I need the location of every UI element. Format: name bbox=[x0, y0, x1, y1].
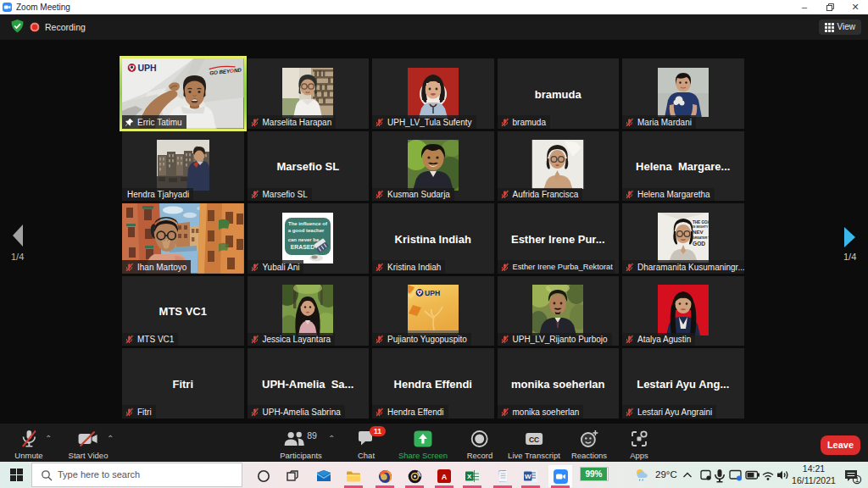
svg-text:GOD: GOD bbox=[693, 241, 705, 247]
svg-text:UPH: UPH bbox=[138, 64, 157, 73]
svg-text:CC: CC bbox=[529, 435, 539, 444]
svg-text:THE GOA: THE GOA bbox=[693, 220, 709, 225]
svg-text:UPH: UPH bbox=[425, 289, 440, 297]
svg-text:can never be: can never be bbox=[288, 237, 320, 242]
svg-text:GREATER TH: GREATER TH bbox=[693, 236, 709, 239]
svg-text:X: X bbox=[467, 473, 472, 480]
svg-text:1: 1 bbox=[855, 475, 860, 484]
svg-text:89: 89 bbox=[307, 430, 317, 441]
svg-text:W: W bbox=[524, 473, 531, 480]
svg-text:NEV: NEV bbox=[693, 229, 704, 235]
svg-text:The influence of: The influence of bbox=[288, 221, 328, 226]
svg-text:ERASED: ERASED bbox=[291, 244, 314, 250]
svg-text:a good teacher: a good teacher bbox=[288, 228, 325, 233]
svg-text:A: A bbox=[442, 473, 448, 481]
